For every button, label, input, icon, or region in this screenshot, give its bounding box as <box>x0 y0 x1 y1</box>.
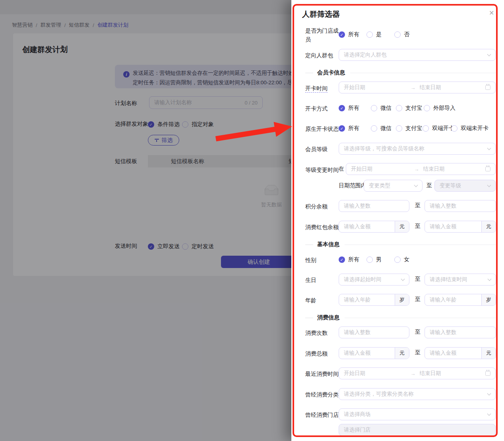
level-change-range-picker[interactable]: 开始日期 → 结束日期 <box>346 163 496 175</box>
consume-category-select[interactable]: 请选择分类，可搜索分类名称 <box>339 388 496 400</box>
store-select[interactable]: 请选择门店 <box>339 424 496 436</box>
input-placeholder: 请输入金额 <box>430 223 477 230</box>
chevron-down-icon <box>414 183 418 187</box>
radio-unchecked-icon <box>394 256 401 263</box>
unit-yuan: 元 <box>481 348 496 359</box>
field-label: 会员等级 <box>305 145 339 153</box>
field-label: 开卡方式 <box>305 104 339 113</box>
field-label: 消费总额 <box>305 349 339 358</box>
field-label-tooltip: 开卡时间 <box>305 85 328 93</box>
radio-label: 外部导入 <box>433 105 456 112</box>
radio-label: 支付宝 <box>405 105 422 112</box>
open-time-range-picker[interactable]: 开始日期 → 结束日期 <box>339 82 496 93</box>
red-packet-min-input[interactable]: 请输入金额 元 <box>339 221 409 233</box>
radio-unchecked-icon <box>371 105 377 111</box>
section-title: 基本信息 <box>317 241 339 248</box>
to-text: 至 <box>415 223 421 230</box>
range-arrow-icon: → <box>407 371 420 377</box>
radio-native-all[interactable]: ✓ 所有 <box>339 124 359 133</box>
range-arrow-icon: → <box>410 166 423 172</box>
close-icon[interactable]: ✕ <box>489 10 494 16</box>
radio-unchecked-icon <box>371 125 377 132</box>
birthday-end-select[interactable]: 请选择结束时间 <box>425 274 496 286</box>
radio-method-wechat[interactable]: 微信 <box>371 104 392 113</box>
range-start-placeholder: 开始日期 <box>351 165 410 173</box>
radio-native-alipay[interactable]: 支付宝 <box>396 124 422 133</box>
chevron-down-icon <box>487 52 491 56</box>
chevron-down-icon <box>401 277 405 281</box>
radio-method-import[interactable]: 外部导入 <box>424 104 456 113</box>
input-placeholder: 请输入金额 <box>430 350 477 357</box>
radio-label: 支付宝 <box>405 125 422 132</box>
change-type-select[interactable]: 变更类型 <box>364 180 423 192</box>
crowd-pack-select[interactable]: 请选择定向人群包 <box>339 49 496 61</box>
radio-checked-icon: ✓ <box>339 256 345 263</box>
radio-native-wechat[interactable]: 微信 <box>371 124 392 133</box>
radio-label: 男 <box>376 256 382 263</box>
field-label: 年龄 <box>305 296 339 305</box>
radio-unchecked-icon <box>396 105 402 111</box>
radio-unchecked-icon <box>396 125 402 132</box>
input-placeholder: 请输入整数 <box>430 202 491 210</box>
select-placeholder: 变更类型 <box>369 182 415 189</box>
section-consume-info: 消费信息 <box>305 314 496 321</box>
member-level-select[interactable]: 请选择等级，可搜索会员等级名称 <box>339 143 496 155</box>
to-text: 至 <box>415 328 421 336</box>
field-label: 性别 <box>305 256 339 264</box>
radio-member-yes[interactable]: 是 <box>366 30 382 39</box>
consume-count-max-input[interactable]: 请输入整数 <box>425 326 496 338</box>
range-arrow-icon: → <box>407 85 420 91</box>
input-placeholder: 请输入金额 <box>344 350 390 357</box>
section-title: 消费信息 <box>317 314 339 321</box>
radio-method-all[interactable]: ✓ 所有 <box>339 104 359 113</box>
to-text: 至 <box>415 202 421 209</box>
mall-select[interactable]: 请选择商场 <box>339 408 496 420</box>
points-max-input[interactable]: 请输入整数 <box>425 200 496 212</box>
radio-gender-all[interactable]: ✓ 所有 <box>339 255 359 264</box>
chevron-down-icon <box>487 391 491 395</box>
radio-gender-male[interactable]: 男 <box>366 255 382 264</box>
radio-member-all[interactable]: ✓ 所有 <box>339 30 359 39</box>
birthday-start-select[interactable]: 请选择起始时间 <box>339 274 409 286</box>
field-label: 开卡时间 <box>305 84 339 93</box>
unit-sui: 岁 <box>395 294 409 305</box>
range-end-placeholder: 结束日期 <box>423 165 483 173</box>
points-min-input[interactable]: 请输入整数 <box>339 200 409 212</box>
consume-count-min-input[interactable]: 请输入整数 <box>339 326 409 338</box>
radio-member-no[interactable]: 否 <box>394 30 409 39</box>
chevron-down-icon <box>487 183 491 187</box>
last-consume-range-picker[interactable]: 开始日期 → 结束日期 <box>339 367 496 379</box>
radio-unchecked-icon <box>451 125 457 132</box>
to-text: 至 <box>426 182 432 189</box>
radio-label: 所有 <box>348 31 359 38</box>
calendar-icon <box>485 371 490 376</box>
age-min-input[interactable]: 请输入年龄 岁 <box>339 294 409 306</box>
consume-total-min-input[interactable]: 请输入金额 元 <box>339 347 409 359</box>
unit-yuan: 元 <box>481 221 496 232</box>
chevron-down-icon <box>487 412 491 416</box>
input-placeholder: 请输入年龄 <box>344 296 390 303</box>
range-start-placeholder: 开始日期 <box>344 84 407 91</box>
to-text: 至 <box>415 276 421 283</box>
input-placeholder: 请输入整数 <box>344 202 404 210</box>
radio-native-both-closed[interactable]: 双端未开卡 <box>451 124 488 133</box>
drawer-mask[interactable] <box>0 0 291 441</box>
radio-label: 所有 <box>348 105 359 112</box>
radio-method-alipay[interactable]: 支付宝 <box>396 104 422 113</box>
age-max-input[interactable]: 请输入年龄 岁 <box>425 294 496 306</box>
select-placeholder: 变更等级 <box>440 182 488 189</box>
radio-label: 女 <box>404 256 409 263</box>
consume-total-max-input[interactable]: 请输入金额 元 <box>425 347 496 359</box>
radio-checked-icon: ✓ <box>339 105 345 111</box>
change-level-select[interactable]: 变更等级 <box>434 180 496 192</box>
field-label: 是否为门店成员 <box>305 26 339 44</box>
to-text: 至 <box>415 296 421 303</box>
select-placeholder: 请选择起始时间 <box>344 276 401 283</box>
date-range-label: 日期范围内 <box>339 182 366 189</box>
field-label: 定向人群包 <box>305 51 339 60</box>
unit-yuan: 元 <box>395 221 409 232</box>
radio-gender-female[interactable]: 女 <box>394 255 409 264</box>
red-packet-max-input[interactable]: 请输入金额 元 <box>425 221 496 233</box>
radio-native-both-open[interactable]: 双端开卡 <box>423 124 454 133</box>
radio-label: 所有 <box>348 256 359 263</box>
